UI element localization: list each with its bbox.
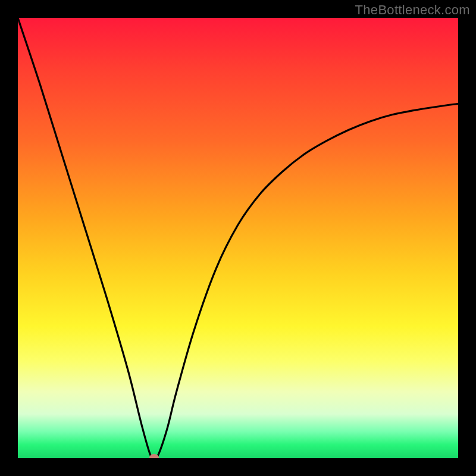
plot-area bbox=[18, 18, 458, 458]
curve-layer bbox=[18, 18, 458, 458]
optimal-point-marker bbox=[149, 454, 159, 458]
watermark-text: TheBottleneck.com bbox=[355, 2, 470, 18]
chart-frame: TheBottleneck.com bbox=[0, 0, 476, 476]
bottleneck-curve bbox=[18, 18, 458, 458]
